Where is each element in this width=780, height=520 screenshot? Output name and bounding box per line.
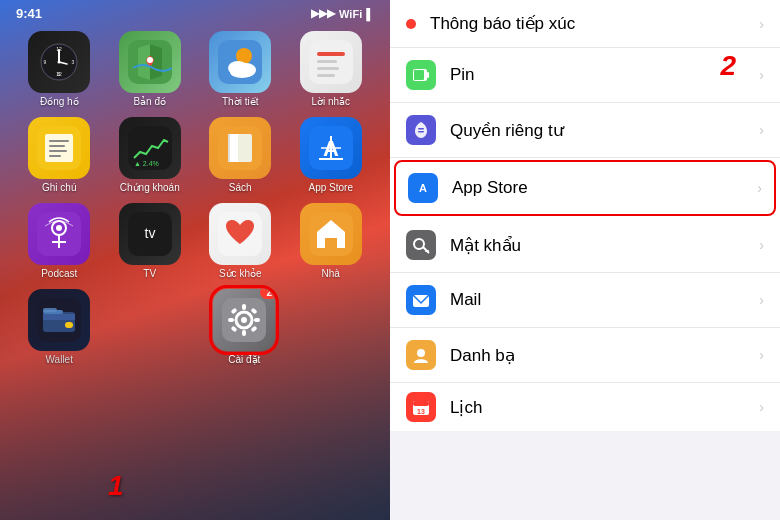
app-settings-icon[interactable]: 2: [213, 289, 275, 351]
app-notes[interactable]: Ghi chú: [18, 117, 101, 193]
svg-rect-25: [45, 134, 73, 162]
svg-point-43: [56, 225, 62, 231]
calendar-icon: 13: [411, 397, 431, 417]
settings-item-calendar[interactable]: 13 Lịch ›: [390, 383, 780, 431]
app-maps[interactable]: Bản đồ: [109, 31, 192, 107]
pin-icon-wrap: [406, 60, 436, 90]
svg-rect-52: [327, 240, 335, 248]
app-reminders[interactable]: Lời nhắc: [290, 31, 373, 107]
iphone-homescreen: 9:41 ▶▶▶ WiFi ▌ 12 12 3 9 6: [0, 0, 390, 520]
settings-item-privacy[interactable]: Quyền riêng tư ›: [390, 103, 780, 158]
mail-label: Mail: [450, 290, 751, 310]
app-clock[interactable]: 12 12 3 9 6 Đồng hồ: [18, 31, 101, 107]
svg-rect-71: [427, 72, 429, 78]
calendar-icon-wrap: 13: [406, 392, 436, 422]
matkhau-chevron-icon: ›: [759, 237, 764, 253]
app-appletv[interactable]: tv TV: [109, 203, 192, 279]
app-grid: 12 12 3 9 6 Đồng hồ Bản: [0, 23, 390, 373]
svg-point-4: [58, 61, 61, 64]
contacts-icon: [411, 345, 431, 365]
svg-text:13: 13: [417, 408, 425, 415]
hand-icon: [411, 120, 431, 140]
app-weather-label: Thời tiết: [222, 96, 258, 107]
wifi-icon: WiFi: [339, 8, 362, 20]
contacts-label: Danh bạ: [450, 345, 751, 366]
app-books[interactable]: Sách: [199, 117, 282, 193]
svg-rect-34: [238, 134, 252, 162]
settings-item-thongbao[interactable]: Thông báo tiếp xúc ›: [390, 0, 780, 48]
appstore-settings-icon: A: [413, 178, 433, 198]
status-icons: ▶▶▶ WiFi ▌: [311, 7, 374, 20]
app-settings-row: 2 Cài đặt: [109, 289, 373, 365]
app-home[interactable]: Nhà: [290, 203, 373, 279]
svg-rect-63: [242, 330, 246, 336]
app-health-label: Sức khỏe: [219, 268, 262, 279]
app-podcasts[interactable]: Podcast: [18, 203, 101, 279]
mail-icon-wrap: [406, 285, 436, 315]
svg-rect-27: [49, 145, 65, 147]
app-home-label: Nhà: [322, 268, 340, 279]
svg-rect-56: [65, 322, 73, 328]
svg-text:9: 9: [44, 59, 47, 65]
svg-text:3: 3: [72, 59, 75, 65]
svg-rect-29: [49, 155, 61, 157]
app-appstore[interactable]: A App Store: [290, 117, 373, 193]
status-bar: 9:41 ▶▶▶ WiFi ▌: [0, 0, 390, 23]
status-time: 9:41: [16, 6, 42, 21]
battery-icon: [411, 65, 431, 85]
app-podcasts-label: Podcast: [41, 268, 77, 279]
calendar-label: Lịch: [450, 397, 751, 418]
settings-item-appstore[interactable]: A App Store ›: [394, 160, 776, 216]
svg-rect-62: [242, 304, 246, 310]
settings-badge: 2: [260, 289, 275, 299]
app-notes-label: Ghi chú: [42, 182, 76, 193]
svg-rect-20: [317, 52, 345, 56]
svg-text:12: 12: [56, 46, 62, 52]
svg-rect-64: [228, 318, 234, 322]
svg-rect-28: [49, 150, 67, 152]
step2-label: 2: [720, 50, 736, 82]
pin-chevron-icon: ›: [759, 67, 764, 83]
appstore-settings-label: App Store: [452, 178, 749, 198]
privacy-chevron-icon: ›: [759, 122, 764, 138]
mail-icon: [411, 290, 431, 310]
settings-item-mail[interactable]: Mail ›: [390, 273, 780, 328]
app-appletv-label: TV: [143, 268, 156, 279]
app-stocks[interactable]: ▲ 2.4% Chứng khoán: [109, 117, 192, 193]
privacy-label: Quyền riêng tư: [450, 120, 751, 141]
settings-item-matkhau[interactable]: Mật khẩu ›: [390, 218, 780, 273]
app-weather[interactable]: Thời tiết: [199, 31, 282, 107]
svg-rect-65: [254, 318, 260, 322]
svg-rect-26: [49, 140, 69, 142]
svg-rect-74: [418, 131, 424, 133]
app-reminders-label: Lời nhắc: [311, 96, 350, 107]
svg-rect-58: [43, 308, 57, 312]
svg-rect-23: [317, 74, 335, 77]
calendar-chevron-icon: ›: [759, 399, 764, 415]
svg-point-13: [147, 57, 153, 63]
svg-rect-72: [414, 70, 424, 80]
app-wallet[interactable]: Wallet: [18, 289, 101, 365]
svg-rect-84: [413, 401, 429, 406]
pin-label: Pin: [450, 65, 751, 85]
app-health[interactable]: Sức khỏe: [199, 203, 282, 279]
app-settings-label: Cài đặt: [228, 354, 260, 365]
matkhau-label: Mật khẩu: [450, 235, 751, 256]
svg-text:A: A: [419, 182, 427, 194]
thongbao-label: Thông báo tiếp xúc: [430, 13, 751, 34]
contacts-icon-wrap: [406, 340, 436, 370]
settings-item-contacts[interactable]: Danh bạ ›: [390, 328, 780, 383]
appstore-chevron-icon: ›: [757, 180, 762, 196]
thongbao-dot-icon: [406, 19, 416, 29]
svg-rect-22: [317, 67, 339, 70]
svg-point-18: [230, 66, 254, 78]
app-stocks-label: Chứng khoán: [120, 182, 180, 193]
svg-text:6: 6: [58, 71, 61, 77]
settings-panel: 2 Thông báo tiếp xúc › Pin ›: [390, 0, 780, 520]
app-clock-label: Đồng hồ: [40, 96, 79, 107]
svg-rect-21: [317, 60, 337, 63]
contacts-chevron-icon: ›: [759, 347, 764, 363]
svg-point-82: [417, 349, 425, 357]
app-appstore-label: App Store: [309, 182, 353, 193]
thongbao-chevron-icon: ›: [759, 16, 764, 32]
